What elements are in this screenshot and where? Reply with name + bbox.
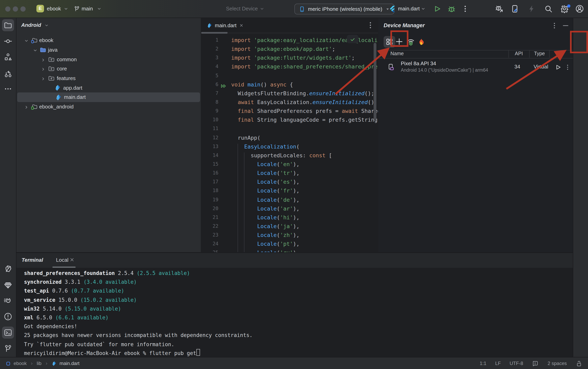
run-gutter-icon[interactable] [220, 81, 227, 88]
tree-item-core[interactable]: core [16, 64, 201, 73]
tree-item-features[interactable]: features [16, 74, 201, 83]
search-everywhere-button[interactable] [544, 4, 553, 13]
project-view-dropdown[interactable]: Android [21, 22, 50, 28]
run-configuration-dropdown[interactable]: main.dart [398, 6, 420, 12]
chevron-down-icon[interactable] [24, 38, 29, 43]
line-number[interactable]: 8 [201, 98, 219, 106]
device-options-button[interactable] [564, 63, 571, 71]
line-number[interactable]: 20 [201, 204, 219, 213]
file-encoding[interactable]: UTF-8 [510, 361, 523, 366]
chevron-right-icon[interactable] [24, 104, 29, 110]
firebase-button[interactable] [417, 37, 426, 46]
terminal-output[interactable]: shared_preferences_foundation 2.5.4 (2.5… [24, 269, 253, 358]
line-number[interactable]: 24 [201, 239, 219, 248]
debug-button[interactable] [447, 4, 456, 13]
line-number[interactable]: 16 [201, 168, 219, 177]
device-row[interactable]: Pixel 8a API 34Android 14.0 ("UpsideDown… [379, 58, 573, 76]
flutter-attach-button[interactable] [510, 4, 519, 13]
terminal-tab-local[interactable]: Local [56, 257, 68, 263]
breadcrumb-main-dart[interactable]: main.dart [60, 361, 80, 366]
panel-options-button[interactable] [550, 22, 558, 30]
project-tool-button[interactable] [4, 21, 12, 30]
line-number[interactable]: 17 [201, 177, 219, 186]
column-name[interactable]: Name [390, 51, 404, 56]
pull-requests-tool-button[interactable] [4, 69, 12, 78]
line-number[interactable]: 22 [201, 222, 219, 231]
commit-tool-button[interactable] [4, 37, 12, 46]
tree-item-main-dart[interactable]: main.dart [17, 92, 200, 102]
tree-item-app-dart[interactable]: app.dart [16, 83, 201, 92]
chevron-down-icon[interactable] [32, 47, 38, 53]
window-close-button[interactable] [5, 6, 10, 11]
branch-switcher[interactable]: main [82, 6, 93, 12]
line-number[interactable]: 2 [201, 44, 219, 53]
version-control-tool-button[interactable] [4, 344, 12, 353]
tree-item-common[interactable]: common [16, 55, 201, 64]
more-actions-button[interactable] [461, 4, 470, 13]
code-editor[interactable]: 1import 'package:easy_localization/easy_… [201, 33, 378, 252]
select-device-dropdown[interactable]: Select Device [226, 6, 258, 12]
pair-wifi-button[interactable] [406, 37, 415, 46]
structure-tool-button[interactable] [4, 52, 12, 61]
tree-item-java[interactable]: java [16, 45, 201, 54]
line-number[interactable]: 15 [201, 160, 219, 168]
editor-options-button[interactable] [366, 21, 375, 30]
line-number[interactable]: 3 [201, 53, 219, 62]
line-number[interactable]: 25 [201, 248, 219, 252]
device-selector[interactable]: meric iPhone (wireless) (mobile) [294, 4, 394, 14]
window-zoom-button[interactable] [20, 6, 26, 11]
chevron-right-icon[interactable] [40, 56, 46, 62]
terminal-tool-button[interactable] [4, 328, 12, 337]
logcat-tool-button[interactable] [4, 296, 12, 305]
profile-button[interactable] [575, 4, 584, 13]
device-groups-button[interactable] [384, 36, 395, 48]
chevron-right-icon[interactable] [40, 75, 46, 81]
editor-scrollbar[interactable] [374, 43, 376, 121]
tree-item-ebook[interactable]: ebook [16, 36, 201, 45]
line-number[interactable]: 14 [201, 151, 219, 160]
run-button[interactable] [433, 4, 442, 13]
tab-main-dart[interactable]: main.dart [204, 18, 247, 33]
app-quality-insights-tool-button[interactable] [4, 281, 12, 289]
device-table-header: Name API Type [379, 50, 573, 58]
dart-sdk-tool-button[interactable] [4, 265, 12, 273]
launch-device-button[interactable] [554, 63, 562, 71]
window-minimize-button[interactable] [13, 6, 18, 11]
close-tab-icon[interactable] [239, 23, 244, 28]
column-type[interactable]: Type [534, 51, 545, 56]
panel-minimize-button[interactable] [562, 22, 570, 30]
line-number[interactable]: 12 [201, 133, 219, 142]
line-number[interactable]: 5 [201, 71, 219, 80]
line-number[interactable]: 21 [201, 213, 219, 222]
profiler-lightning-button[interactable] [527, 4, 536, 13]
breadcrumb-ebook[interactable]: ebook [14, 361, 27, 366]
more-tools-button[interactable] [4, 84, 12, 93]
line-number[interactable]: 9 [201, 106, 219, 115]
problems-tool-button[interactable] [4, 312, 12, 321]
line-number[interactable]: 1 [201, 36, 219, 44]
reader-mode-icon[interactable] [532, 360, 539, 367]
unlocked-icon[interactable] [576, 360, 582, 367]
breadcrumb[interactable]: ebook lib main.dart [6, 357, 80, 369]
indent-setting[interactable]: 2 spaces [548, 361, 567, 366]
breadcrumb-lib[interactable]: lib [37, 361, 41, 366]
line-number[interactable]: 10 [201, 115, 219, 124]
line-number[interactable]: 19 [201, 195, 219, 204]
inspection-status-widget[interactable] [347, 35, 359, 43]
code-line: 8 await EasyLocalization.ensureInitializ… [201, 98, 378, 106]
line-number[interactable]: 18 [201, 186, 219, 195]
line-number[interactable]: 6 [201, 80, 219, 89]
line-number[interactable]: 23 [201, 231, 219, 239]
line-separator[interactable]: LF [495, 361, 501, 366]
line-number[interactable]: 13 [201, 142, 219, 151]
close-terminal-tab-icon[interactable] [69, 256, 75, 263]
line-number[interactable]: 11 [201, 124, 219, 133]
tree-item-ebook_android[interactable]: ebook_android [16, 102, 201, 112]
chevron-right-icon[interactable] [40, 66, 46, 72]
caret-position[interactable]: 1:1 [480, 361, 486, 366]
line-number[interactable]: 7 [201, 89, 219, 98]
project-switcher[interactable]: ebook [47, 6, 61, 12]
line-number[interactable]: 4 [201, 62, 219, 71]
column-api[interactable]: API [515, 51, 523, 56]
attach-debugger-button[interactable] [495, 4, 504, 13]
